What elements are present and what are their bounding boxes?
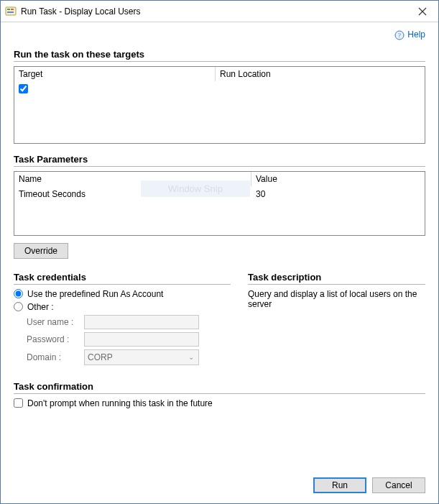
override-button[interactable]: Override xyxy=(14,243,68,259)
credentials-heading: Task credentials xyxy=(14,272,231,283)
password-label: Password : xyxy=(27,334,84,344)
app-icon xyxy=(5,6,17,17)
password-field[interactable] xyxy=(84,332,199,347)
description-text: Query and display a list of local users … xyxy=(248,289,425,309)
domain-combobox[interactable]: CORP ⌄ xyxy=(84,349,199,365)
svg-rect-2 xyxy=(11,9,14,10)
username-field[interactable] xyxy=(84,315,199,329)
help-icon: ? xyxy=(394,30,405,40)
svg-rect-0 xyxy=(6,7,16,15)
param-name: Timeout Seconds xyxy=(14,187,251,201)
dont-prompt-label: Don't prompt when running this task in t… xyxy=(27,398,213,408)
dont-prompt-checkbox[interactable] xyxy=(14,398,23,408)
close-button[interactable] xyxy=(406,1,438,22)
divider xyxy=(14,284,231,285)
col-name[interactable]: Name xyxy=(14,172,251,186)
targets-heading: Run the task on these targets xyxy=(14,49,425,60)
window-title: Run Task - Display Local Users xyxy=(21,6,406,17)
domain-value: CORP xyxy=(88,352,113,362)
col-target[interactable]: Target xyxy=(14,67,216,81)
target-location xyxy=(216,82,425,98)
help-row: ? Help xyxy=(14,27,425,46)
cancel-button[interactable]: Cancel xyxy=(372,477,425,493)
titlebar: Run Task - Display Local Users xyxy=(1,1,438,22)
svg-rect-1 xyxy=(7,9,10,10)
param-value: 30 xyxy=(251,187,425,201)
targets-list[interactable]: Target Run Location xyxy=(14,66,425,144)
params-list[interactable]: Name Value Timeout Seconds 30 xyxy=(14,171,425,236)
radio-other-label: Other : xyxy=(27,302,54,312)
table-row[interactable] xyxy=(14,82,425,98)
username-label: User name : xyxy=(27,317,84,327)
help-link[interactable]: Help xyxy=(407,29,425,40)
svg-rect-3 xyxy=(7,12,14,13)
radio-other[interactable] xyxy=(14,302,23,311)
divider xyxy=(248,284,425,285)
target-checkbox[interactable] xyxy=(19,84,28,93)
radio-predefined[interactable] xyxy=(14,289,23,298)
radio-predefined-label: Use the predefined Run As Account xyxy=(27,289,163,299)
params-heading: Task Parameters xyxy=(14,154,425,165)
description-heading: Task description xyxy=(248,272,425,283)
confirmation-heading: Task confirmation xyxy=(14,381,425,392)
divider xyxy=(14,61,425,62)
table-row[interactable]: Timeout Seconds 30 xyxy=(14,187,425,201)
divider xyxy=(14,166,425,167)
divider xyxy=(14,393,425,394)
run-button[interactable]: Run xyxy=(313,477,366,493)
col-value[interactable]: Value xyxy=(251,172,425,186)
chevron-down-icon: ⌄ xyxy=(188,353,194,361)
col-run-location[interactable]: Run Location xyxy=(216,67,425,81)
svg-text:?: ? xyxy=(398,32,401,39)
domain-label: Domain : xyxy=(27,352,84,362)
